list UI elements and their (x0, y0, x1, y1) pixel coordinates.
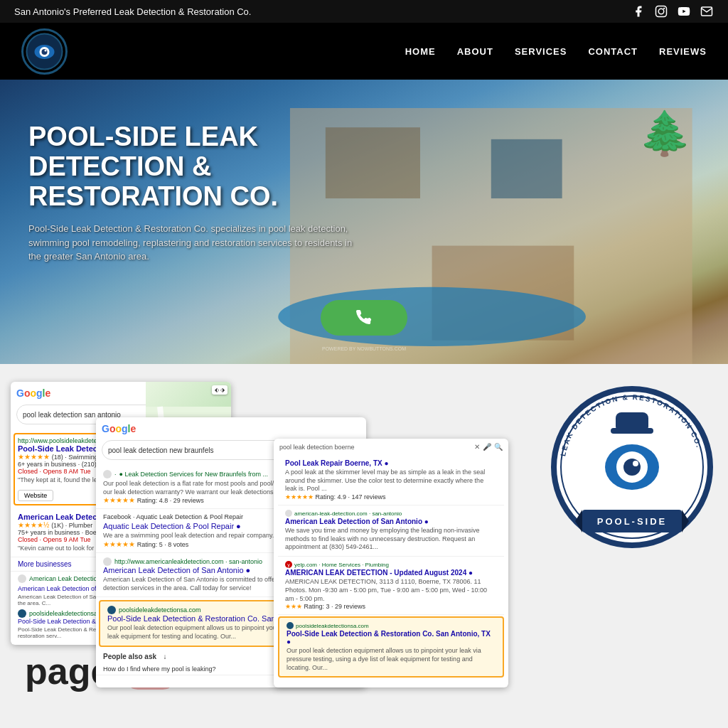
search-icons-3: ✕🎤🔍 (474, 443, 503, 451)
svg-text:POOL-SIDE: POOL-SIDE (597, 516, 668, 527)
nav-links: HOME ABOUT SERVICES CONTACT REVIEWS (405, 46, 707, 57)
bottom-section: Google pool leak detection san antonio ✕… (0, 364, 728, 715)
logo-badge-svg: LEAK DETECTION & RESTORATION CO. POOL-SI… (550, 385, 714, 549)
nav-home[interactable]: HOME (405, 46, 436, 57)
website-button-1[interactable]: Website (18, 490, 53, 501)
google-screenshots: Google pool leak detection san antonio ✕… (11, 375, 423, 705)
navbar-logo (21, 28, 68, 75)
svg-point-7 (42, 49, 48, 55)
hero-content: POOL-SIDE LEAK DETECTION & RESTORATION C… (0, 80, 728, 278)
youtube-icon[interactable] (677, 4, 691, 18)
phone-icon (356, 310, 372, 326)
nav-reviews[interactable]: REVIEWS (659, 46, 707, 57)
google-search-3: pool leak detection boerne ✕🎤🔍 Pool Leak… (274, 439, 508, 687)
powered-by: POWERED BY NOWBUTTONS.COM (322, 346, 406, 351)
search-query-2: pool leak detection new braunfels (108, 446, 213, 454)
svg-point-2 (663, 8, 665, 9)
top-bar-social-icons (631, 4, 714, 18)
logo-badge-container: LEAK DETECTION & RESTORATION CO. POOL-SI… (550, 385, 714, 549)
nav-services[interactable]: SERVICES (515, 46, 567, 57)
top-bar-tagline: San Antonio's Preferred Leak Detection &… (14, 6, 251, 17)
svg-point-29 (623, 459, 641, 476)
g-result-b-3: y yelp.com · Home Services · Plumbing AM… (278, 557, 504, 615)
email-icon[interactable] (700, 4, 714, 18)
g-result-b-2: american-leak-detection.com · san-antoni… (278, 505, 504, 557)
svg-point-8 (45, 49, 47, 51)
google-logo-2: Google (102, 423, 366, 434)
hero-subtitle: Pool-Side Leak Detection & Restoration C… (28, 222, 364, 264)
nav-contact[interactable]: CONTACT (588, 46, 638, 57)
svg-point-1 (658, 9, 664, 14)
top-bar: San Antonio's Preferred Leak Detection &… (0, 0, 728, 23)
svg-rect-26 (616, 412, 648, 432)
facebook-icon[interactable] (631, 4, 646, 18)
navbar: HOME ABOUT SERVICES CONTACT REVIEWS (0, 23, 728, 80)
directions-button[interactable]: ⬖ ⬗ (212, 385, 228, 395)
instagram-icon[interactable] (654, 4, 668, 18)
svg-rect-0 (656, 6, 667, 17)
svg-point-30 (633, 461, 638, 466)
nav-about[interactable]: ABOUT (457, 46, 493, 57)
g-result-b-4-highlighted: poolsideleakdetectionsa.com Pool-Side Le… (278, 616, 504, 678)
hero-section: 🌲 POOL-SIDE LEAK DETECTION & RESTORATION… (0, 80, 728, 364)
hero-title: POOL-SIDE LEAK DETECTION & RESTORATION C… (28, 122, 397, 211)
logo-circle (21, 28, 68, 75)
g-result-b-1: Pool Leak Repair Boerne, TX ● A pool lea… (278, 455, 504, 505)
search-query-3-label: pool leak detection boerne (279, 444, 355, 451)
hero-cta-button[interactable] (321, 300, 407, 336)
